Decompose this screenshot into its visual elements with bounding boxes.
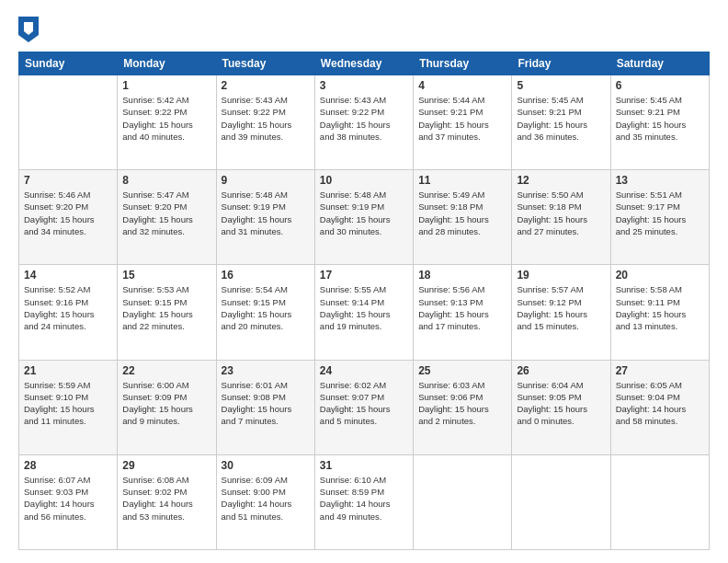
cell-info: Sunrise: 5:51 AM Sunset: 9:17 PM Dayligh… [616, 189, 704, 237]
cell-info: Sunrise: 5:47 AM Sunset: 9:20 PM Dayligh… [122, 189, 210, 237]
cell-date: 31 [320, 459, 408, 472]
day-header-monday: Monday [118, 52, 216, 75]
cell-date: 15 [122, 269, 210, 282]
cell-info: Sunrise: 6:07 AM Sunset: 9:03 PM Dayligh… [24, 474, 112, 523]
cell-date: 22 [122, 364, 210, 377]
week-row-1: 1Sunrise: 5:42 AM Sunset: 9:22 PM Daylig… [19, 75, 710, 170]
calendar-cell: 21Sunrise: 5:59 AM Sunset: 9:10 PM Dayli… [19, 360, 118, 454]
cell-info: Sunrise: 5:45 AM Sunset: 9:21 PM Dayligh… [517, 94, 605, 143]
calendar-cell: 3Sunrise: 5:43 AM Sunset: 9:22 PM Daylig… [314, 75, 413, 170]
calendar-cell: 9Sunrise: 5:48 AM Sunset: 9:19 PM Daylig… [216, 170, 314, 265]
cell-info: Sunrise: 5:49 AM Sunset: 9:18 PM Dayligh… [418, 189, 506, 237]
week-row-5: 28Sunrise: 6:07 AM Sunset: 9:03 PM Dayli… [19, 454, 710, 549]
calendar-cell: 1Sunrise: 5:42 AM Sunset: 9:22 PM Daylig… [118, 75, 216, 170]
cell-date: 6 [616, 79, 704, 92]
cell-date: 18 [418, 269, 506, 282]
cell-info: Sunrise: 5:45 AM Sunset: 9:21 PM Dayligh… [616, 94, 704, 143]
cell-date: 12 [517, 174, 605, 187]
cell-info: Sunrise: 5:43 AM Sunset: 9:22 PM Dayligh… [320, 94, 408, 143]
cell-date: 16 [222, 269, 310, 282]
cell-date: 21 [24, 364, 112, 377]
cell-info: Sunrise: 5:57 AM Sunset: 9:12 PM Dayligh… [517, 283, 605, 332]
calendar-cell: 16Sunrise: 5:54 AM Sunset: 9:15 PM Dayli… [216, 265, 314, 360]
week-row-3: 14Sunrise: 5:52 AM Sunset: 9:16 PM Dayli… [19, 265, 710, 360]
cell-info: Sunrise: 5:55 AM Sunset: 9:14 PM Dayligh… [320, 283, 408, 332]
cell-info: Sunrise: 6:00 AM Sunset: 9:09 PM Dayligh… [122, 379, 210, 428]
calendar-cell: 10Sunrise: 5:48 AM Sunset: 9:19 PM Dayli… [314, 170, 413, 265]
cell-date: 9 [222, 174, 310, 187]
cell-info: Sunrise: 5:48 AM Sunset: 9:19 PM Dayligh… [320, 189, 408, 237]
cell-date: 29 [122, 459, 210, 472]
cell-date: 28 [24, 459, 112, 472]
cell-info: Sunrise: 5:59 AM Sunset: 9:10 PM Dayligh… [24, 379, 112, 428]
calendar-cell: 2Sunrise: 5:43 AM Sunset: 9:22 PM Daylig… [216, 75, 314, 170]
calendar-cell: 8Sunrise: 5:47 AM Sunset: 9:20 PM Daylig… [118, 170, 216, 265]
cell-info: Sunrise: 5:48 AM Sunset: 9:19 PM Dayligh… [222, 189, 310, 237]
cell-info: Sunrise: 5:53 AM Sunset: 9:15 PM Dayligh… [122, 283, 210, 332]
calendar-cell: 18Sunrise: 5:56 AM Sunset: 9:13 PM Dayli… [414, 265, 512, 360]
calendar-cell: 30Sunrise: 6:09 AM Sunset: 9:00 PM Dayli… [216, 454, 314, 549]
calendar-cell: 13Sunrise: 5:51 AM Sunset: 9:17 PM Dayli… [610, 170, 709, 265]
week-row-4: 21Sunrise: 5:59 AM Sunset: 9:10 PM Dayli… [19, 360, 710, 454]
calendar-cell: 26Sunrise: 6:04 AM Sunset: 9:05 PM Dayli… [512, 360, 610, 454]
cell-info: Sunrise: 6:01 AM Sunset: 9:08 PM Dayligh… [222, 379, 310, 428]
cell-date: 27 [616, 364, 704, 377]
cell-date: 5 [517, 79, 605, 92]
cell-info: Sunrise: 6:04 AM Sunset: 9:05 PM Dayligh… [517, 379, 605, 428]
calendar-cell: 29Sunrise: 6:08 AM Sunset: 9:02 PM Dayli… [118, 454, 216, 549]
logo [18, 17, 42, 42]
cell-info: Sunrise: 6:09 AM Sunset: 9:00 PM Dayligh… [222, 474, 310, 523]
cell-date: 13 [616, 174, 704, 187]
logo-icon [18, 17, 39, 42]
calendar-cell: 15Sunrise: 5:53 AM Sunset: 9:15 PM Dayli… [118, 265, 216, 360]
calendar-cell [19, 75, 118, 170]
calendar-cell [610, 454, 709, 549]
calendar-cell: 23Sunrise: 6:01 AM Sunset: 9:08 PM Dayli… [216, 360, 314, 454]
calendar-cell: 19Sunrise: 5:57 AM Sunset: 9:12 PM Dayli… [512, 265, 610, 360]
cell-date: 2 [222, 79, 310, 92]
cell-date: 26 [517, 364, 605, 377]
calendar-cell: 12Sunrise: 5:50 AM Sunset: 9:18 PM Dayli… [512, 170, 610, 265]
day-header-thursday: Thursday [414, 52, 512, 75]
cell-info: Sunrise: 5:58 AM Sunset: 9:11 PM Dayligh… [616, 283, 704, 332]
week-row-2: 7Sunrise: 5:46 AM Sunset: 9:20 PM Daylig… [19, 170, 710, 265]
cell-date: 7 [24, 174, 112, 187]
cell-date: 11 [418, 174, 506, 187]
cell-date: 23 [222, 364, 310, 377]
calendar-cell: 17Sunrise: 5:55 AM Sunset: 9:14 PM Dayli… [314, 265, 413, 360]
calendar-cell: 20Sunrise: 5:58 AM Sunset: 9:11 PM Dayli… [610, 265, 709, 360]
cell-info: Sunrise: 5:43 AM Sunset: 9:22 PM Dayligh… [222, 94, 310, 143]
day-header-tuesday: Tuesday [216, 52, 314, 75]
cell-info: Sunrise: 5:52 AM Sunset: 9:16 PM Dayligh… [24, 283, 112, 332]
header [18, 17, 710, 42]
cell-date: 20 [616, 269, 704, 282]
calendar-cell [414, 454, 512, 549]
day-header-saturday: Saturday [610, 52, 709, 75]
cell-date: 19 [517, 269, 605, 282]
calendar-cell [512, 454, 610, 549]
calendar-cell: 28Sunrise: 6:07 AM Sunset: 9:03 PM Dayli… [19, 454, 118, 549]
calendar-cell: 14Sunrise: 5:52 AM Sunset: 9:16 PM Dayli… [19, 265, 118, 360]
cell-info: Sunrise: 5:50 AM Sunset: 9:18 PM Dayligh… [517, 189, 605, 237]
cell-info: Sunrise: 5:54 AM Sunset: 9:15 PM Dayligh… [222, 283, 310, 332]
cell-date: 3 [320, 79, 408, 92]
calendar-cell: 7Sunrise: 5:46 AM Sunset: 9:20 PM Daylig… [19, 170, 118, 265]
day-header-friday: Friday [512, 52, 610, 75]
calendar-cell: 6Sunrise: 5:45 AM Sunset: 9:21 PM Daylig… [610, 75, 709, 170]
calendar-cell: 4Sunrise: 5:44 AM Sunset: 9:21 PM Daylig… [414, 75, 512, 170]
cell-info: Sunrise: 6:10 AM Sunset: 8:59 PM Dayligh… [320, 474, 408, 523]
calendar-cell: 31Sunrise: 6:10 AM Sunset: 8:59 PM Dayli… [314, 454, 413, 549]
cell-info: Sunrise: 6:08 AM Sunset: 9:02 PM Dayligh… [122, 474, 210, 523]
cell-date: 4 [418, 79, 506, 92]
calendar-cell: 24Sunrise: 6:02 AM Sunset: 9:07 PM Dayli… [314, 360, 413, 454]
calendar-cell: 25Sunrise: 6:03 AM Sunset: 9:06 PM Dayli… [414, 360, 512, 454]
cell-info: Sunrise: 5:46 AM Sunset: 9:20 PM Dayligh… [24, 189, 112, 237]
cell-date: 25 [418, 364, 506, 377]
cell-info: Sunrise: 5:44 AM Sunset: 9:21 PM Dayligh… [418, 94, 506, 143]
cell-info: Sunrise: 5:42 AM Sunset: 9:22 PM Dayligh… [122, 94, 210, 143]
header-row: SundayMondayTuesdayWednesdayThursdayFrid… [19, 52, 710, 75]
calendar-cell: 27Sunrise: 6:05 AM Sunset: 9:04 PM Dayli… [610, 360, 709, 454]
cell-date: 1 [122, 79, 210, 92]
calendar-table: SundayMondayTuesdayWednesdayThursdayFrid… [18, 52, 710, 550]
cell-info: Sunrise: 6:03 AM Sunset: 9:06 PM Dayligh… [418, 379, 506, 428]
